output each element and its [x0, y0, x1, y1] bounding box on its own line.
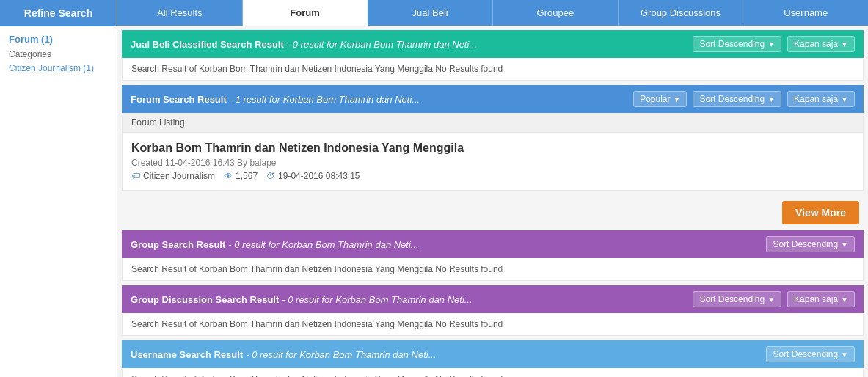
username-sub: - 0 result for Korban Bom Thamrin dan Ne…	[246, 349, 436, 360]
main-content: All Results Forum Jual Beli Groupee Grou…	[117, 0, 868, 377]
tag-item: 🏷 Citizen Journalism	[131, 171, 215, 181]
username-sort-dropdown[interactable]: Sort Descending ▼	[766, 346, 855, 362]
jual-beli-sort-label: Sort Descending	[699, 39, 765, 49]
tab-forum[interactable]: Forum	[243, 0, 368, 26]
post-views: 1,567	[236, 171, 258, 181]
username-sort-arrow-icon: ▼	[841, 351, 848, 359]
jual-beli-header: Jual Beli Classified Search Result - 0 r…	[122, 30, 864, 58]
forum-post-title[interactable]: Korban Bom Thamrin dan Netizen Indonesia…	[131, 142, 854, 155]
views-item: 👁 1,567	[224, 171, 258, 181]
jual-beli-sub: - 0 result for Korban Bom Thamrin dan Ne…	[287, 39, 477, 50]
group-discussion-section: Group Discussion Search Result - 0 resul…	[122, 285, 864, 336]
sidebar: Refine Search Forum (1) Categories Citiz…	[0, 0, 117, 377]
forum-section: Forum Search Result - 1 result for Korba…	[122, 85, 864, 191]
username-section: Username Search Result - 0 result for Ko…	[122, 340, 864, 377]
username-header: Username Search Result - 0 result for Ko…	[122, 340, 864, 368]
tab-bar: All Results Forum Jual Beli Groupee Grou…	[117, 0, 868, 26]
forum-kapan-label: Kapan saja	[794, 94, 838, 104]
group-discussion-body: Search Result of Korban Bom Thamrin dan …	[122, 313, 864, 336]
tab-username[interactable]: Username	[743, 0, 868, 26]
forum-kapan-arrow-icon: ▼	[841, 95, 848, 103]
post-tag: Citizen Journalism	[143, 171, 215, 181]
date-item: ⏱ 19-04-2016 08:43:15	[266, 171, 360, 181]
jual-beli-kapan-dropdown[interactable]: Kapan saja ▼	[787, 36, 855, 52]
username-sort-label: Sort Descending	[773, 349, 838, 359]
group-section: Group Search Result - 0 result for Korba…	[122, 230, 864, 281]
forum-title: Forum Search Result	[131, 94, 227, 105]
tab-groupee[interactable]: Groupee	[493, 0, 619, 26]
clock-icon: ⏱	[266, 171, 275, 181]
sidebar-citizen-link[interactable]: Citizen Journalism (1)	[9, 63, 94, 73]
forum-listing-bar: Forum Listing	[122, 113, 864, 133]
tab-all-results[interactable]: All Results	[117, 0, 243, 26]
group-title: Group Search Result	[131, 239, 225, 250]
group-sub: - 0 result for Korban Bom Thamrin dan Ne…	[228, 239, 418, 250]
forum-post-meta: Created 11-04-2016 16:43 By balape	[131, 158, 854, 168]
group-discussion-kapan-label: Kapan saja	[794, 294, 838, 304]
kapan-arrow-icon: ▼	[841, 40, 848, 48]
forum-post-tags: 🏷 Citizen Journalism 👁 1,567 ⏱ 19-04-201…	[131, 171, 854, 181]
group-body: Search Result of Korban Bom Thamrin dan …	[122, 258, 864, 281]
jual-beli-section: Jual Beli Classified Search Result - 0 r…	[122, 30, 864, 81]
forum-sub: - 1 result for Korban Bom Thamrin dan Ne…	[230, 94, 420, 105]
tag-icon: 🏷	[131, 171, 140, 181]
gd-kapan-arrow-icon: ▼	[841, 296, 848, 304]
group-discussion-title: Group Discussion Search Result	[131, 294, 279, 305]
jual-beli-kapan-label: Kapan saja	[794, 39, 838, 49]
forum-header: Forum Search Result - 1 result for Korba…	[122, 85, 864, 113]
username-body: Search Result of Korban Bom Thamrin dan …	[122, 368, 864, 377]
forum-sort-dropdown[interactable]: Sort Descending ▼	[693, 91, 781, 107]
group-sort-label: Sort Descending	[773, 239, 838, 249]
forum-sort-label: Sort Descending	[699, 94, 765, 104]
forum-kapan-dropdown[interactable]: Kapan saja ▼	[787, 91, 855, 107]
categories-label: Categories	[9, 49, 108, 59]
refine-search-header: Refine Search	[0, 0, 117, 26]
jual-beli-body: Search Result of Korban Bom Thamrin dan …	[122, 58, 864, 81]
forum-sort-arrow-icon: ▼	[767, 95, 775, 103]
jual-beli-title: Jual Beli Classified Search Result	[131, 39, 284, 50]
tab-jual-beli[interactable]: Jual Beli	[368, 0, 493, 26]
group-discussion-sort-label: Sort Descending	[699, 294, 765, 304]
gd-sort-arrow-icon: ▼	[767, 296, 775, 304]
group-header: Group Search Result - 0 result for Korba…	[122, 230, 864, 258]
popular-arrow-icon: ▼	[674, 95, 681, 103]
tab-group-discussions[interactable]: Group Discussions	[619, 0, 744, 26]
forum-popular-dropdown[interactable]: Popular ▼	[633, 91, 687, 107]
group-discussion-header: Group Discussion Search Result - 0 resul…	[122, 285, 864, 313]
group-sort-dropdown[interactable]: Sort Descending ▼	[766, 236, 855, 252]
forum-popular-label: Popular	[640, 94, 670, 104]
view-more-row: View More	[122, 195, 864, 230]
username-title: Username Search Result	[131, 349, 243, 360]
eye-icon: 👁	[224, 171, 233, 181]
post-date: 19-04-2016 08:43:15	[278, 171, 360, 181]
sidebar-forum-link[interactable]: Forum (1)	[9, 34, 108, 45]
results-content: Jual Beli Classified Search Result - 0 r…	[117, 26, 868, 377]
group-discussion-kapan-dropdown[interactable]: Kapan saja ▼	[787, 291, 855, 307]
group-discussion-sub: - 0 result for Korban Bom Thamrin dan Ne…	[282, 294, 472, 305]
view-more-button[interactable]: View More	[782, 201, 859, 224]
group-discussion-sort-dropdown[interactable]: Sort Descending ▼	[693, 291, 781, 307]
jual-beli-sort-dropdown[interactable]: Sort Descending ▼	[693, 36, 781, 52]
group-sort-arrow-icon: ▼	[841, 241, 848, 249]
sort-arrow-icon: ▼	[767, 40, 775, 48]
forum-listing: Korban Bom Thamrin dan Netizen Indonesia…	[122, 133, 864, 191]
